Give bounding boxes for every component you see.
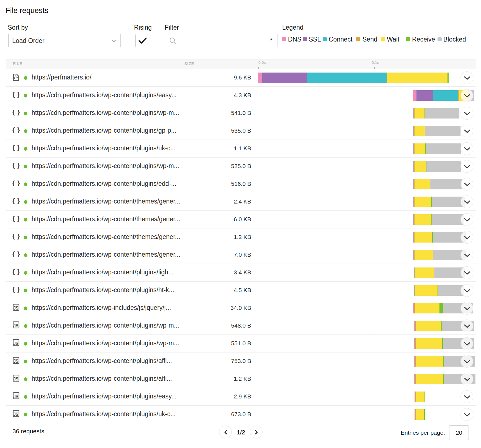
svg-text:JS: JS (13, 359, 19, 364)
svg-text:JS: JS (13, 323, 19, 328)
svg-text:JS: JS (13, 394, 19, 399)
svg-text:JS: JS (13, 306, 19, 310)
svg-text:JS: JS (13, 412, 19, 417)
svg-text:JS: JS (13, 377, 19, 381)
svg-text:JS: JS (13, 341, 19, 346)
